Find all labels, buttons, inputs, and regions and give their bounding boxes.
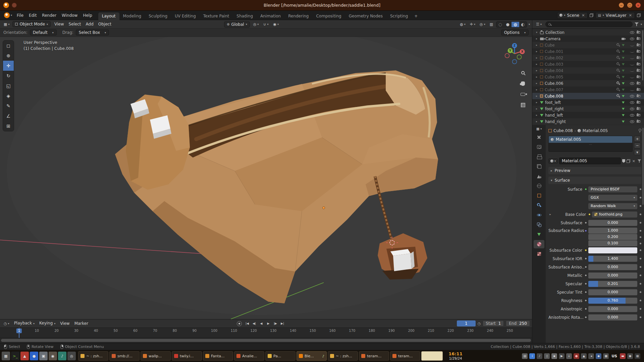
blender-menu-button[interactable]: ▾: [2, 12, 14, 18]
hide-viewport-toggle[interactable]: [630, 51, 634, 53]
hide-viewport-toggle[interactable]: [630, 89, 634, 91]
animate-dot-icon[interactable]: [640, 266, 641, 268]
launcher-app-icon[interactable]: ▦: [2, 352, 10, 360]
value-slider[interactable]: 0.201: [588, 281, 637, 287]
disclosure-icon[interactable]: ▸: [535, 37, 538, 40]
orientation-dropdown[interactable]: Default▾: [30, 29, 57, 36]
outliner-search-input[interactable]: [545, 21, 633, 27]
filter-icon[interactable]: [638, 159, 641, 162]
properties-tab[interactable]: [534, 211, 544, 219]
outliner-row[interactable]: ▸ Cube.006: [532, 80, 644, 86]
value-slider[interactable]: 0.000: [588, 264, 637, 270]
outliner-editor-selector[interactable]: ☰▾: [534, 22, 543, 27]
launcher-app-icon[interactable]: ●: [30, 352, 38, 360]
toolbar-tool-button[interactable]: ✎: [3, 101, 14, 111]
maximize-button[interactable]: □: [627, 3, 632, 8]
taskbar-window-button[interactable]: Pa...: [265, 351, 296, 361]
animate-dot-icon[interactable]: [640, 243, 641, 244]
tray-icon[interactable]: ▯: [544, 353, 550, 359]
animate-dot-icon[interactable]: [640, 275, 641, 276]
chevron-down-icon[interactable]: ▾: [641, 23, 642, 26]
workspace-tab[interactable]: Animation: [257, 12, 284, 20]
expander-icon[interactable]: ▸: [548, 213, 552, 216]
toolbar-tool-button[interactable]: ∠: [3, 111, 14, 121]
tray-icon[interactable]: ▤: [522, 353, 528, 359]
tray-icon[interactable]: ▪: [551, 353, 557, 359]
hide-viewport-toggle[interactable]: [630, 95, 634, 98]
disable-render-toggle[interactable]: [637, 38, 640, 40]
disable-render-toggle[interactable]: [637, 95, 640, 97]
animate-dot-icon[interactable]: [640, 291, 641, 293]
material-slot[interactable]: Material.005: [549, 136, 632, 143]
hide-viewport-toggle[interactable]: [630, 120, 634, 123]
workspace-tab[interactable]: Modeling: [119, 12, 145, 20]
topbar-menu[interactable]: File: [14, 11, 26, 20]
hide-viewport-toggle[interactable]: [630, 108, 634, 110]
properties-tab[interactable]: [534, 172, 544, 180]
enum-dropdown[interactable]: GGX▾: [588, 195, 637, 201]
properties-tab[interactable]: [534, 182, 544, 190]
topbar-menu[interactable]: Edit: [26, 11, 39, 20]
value-slider[interactable]: 0.000: [588, 273, 637, 279]
hide-viewport-toggle[interactable]: [630, 114, 634, 117]
toolbar-tool-button[interactable]: ⊞: [3, 121, 14, 131]
animate-dot-icon[interactable]: [640, 205, 641, 207]
disclosure-icon[interactable]: ▸: [535, 44, 538, 47]
tray-icon[interactable]: ▦: [603, 353, 609, 359]
disable-render-toggle[interactable]: [637, 108, 640, 110]
ortho-toggle-button[interactable]: [519, 101, 527, 109]
launcher-app-icon[interactable]: ◉: [49, 352, 57, 360]
viewport-3d[interactable]: User Perspective (1) Collection | Cube.0…: [0, 37, 532, 319]
enum-dropdown[interactable]: Random Walk▾: [588, 203, 637, 209]
next-keyframe-button[interactable]: |▶: [272, 321, 278, 326]
tray-icon[interactable]: ●: [574, 353, 579, 359]
value-field[interactable]: 0.100: [588, 240, 637, 246]
current-frame-field[interactable]: 1: [457, 320, 476, 326]
start-frame-field[interactable]: Start1: [483, 320, 504, 326]
viewport-menu[interactable]: View: [52, 20, 66, 28]
disable-render-toggle[interactable]: [637, 44, 640, 46]
disclosure-icon[interactable]: ▸: [535, 88, 538, 91]
breadcrumb-material[interactable]: Material.005: [583, 128, 608, 133]
add-slot-button[interactable]: +: [634, 136, 641, 142]
workspace-tab[interactable]: Layout: [98, 12, 119, 20]
material-name-field[interactable]: Material.005: [559, 158, 621, 164]
tray-icon[interactable]: ▦: [635, 353, 640, 359]
disclosure-icon[interactable]: ▸: [535, 82, 538, 85]
viewport-menu[interactable]: Object: [96, 20, 114, 28]
gizmos-dropdown[interactable]: ✛▾: [469, 22, 477, 27]
pan-button[interactable]: [519, 80, 527, 87]
drag-dropdown[interactable]: Select Box▾: [76, 29, 109, 36]
animate-dot-icon[interactable]: [640, 236, 641, 238]
properties-tab[interactable]: [534, 191, 544, 200]
outliner-row[interactable]: ▸ Cube.001: [532, 48, 644, 55]
launcher-app-icon[interactable]: >_: [11, 352, 19, 360]
properties-tab[interactable]: [534, 230, 544, 239]
viewport-menu[interactable]: Select: [66, 20, 84, 28]
viewport-menu[interactable]: Add: [84, 20, 96, 28]
properties-tab[interactable]: [534, 162, 544, 171]
breadcrumb-object[interactable]: Cube.008: [553, 128, 573, 133]
shading-mode-button[interactable]: ●: [504, 22, 512, 27]
toolbar-tool-button[interactable]: ↻: [3, 71, 14, 81]
animate-dot-icon[interactable]: [640, 222, 641, 224]
properties-tab[interactable]: [534, 133, 544, 141]
tray-icon[interactable]: ▶: [559, 353, 565, 359]
workspace-tab[interactable]: Texture Paint: [200, 12, 233, 20]
timeline-ruler[interactable]: 1020304050607080901001101201301401501601…: [0, 328, 532, 338]
toolbar-tool-button[interactable]: ⊕: [3, 51, 14, 61]
value-slider[interactable]: 0.000: [588, 314, 637, 320]
topbar-menu[interactable]: Help: [80, 11, 95, 20]
taskbar-window-button[interactable]: ~ : zsh...: [78, 351, 108, 361]
tray-icon[interactable]: ◉: [627, 353, 633, 359]
topbar-menu[interactable]: Render: [39, 11, 59, 20]
navigation-gizmo[interactable]: Z Y X: [500, 39, 529, 67]
disable-render-toggle[interactable]: [637, 88, 640, 91]
toolbar-tool-button[interactable]: ◈: [3, 91, 14, 101]
timeline-editor-selector[interactable]: ◷▾: [2, 321, 11, 326]
workspace-tab[interactable]: Shading: [233, 12, 257, 20]
hide-viewport-toggle[interactable]: [630, 82, 634, 85]
new-scene-icon[interactable]: [590, 13, 593, 17]
properties-scrollbar[interactable]: [642, 128, 644, 205]
taskbar-window-button[interactable]: Fanta...: [203, 351, 233, 361]
